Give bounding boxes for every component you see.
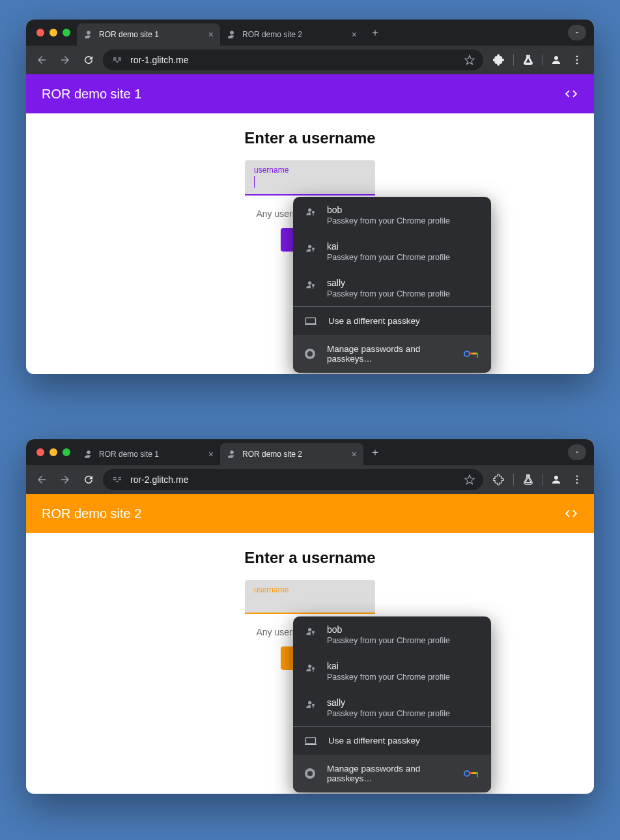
svg-point-5: [576, 475, 578, 477]
close-window-icon[interactable]: [36, 29, 44, 36]
browser-window-2: ROR demo site 1 × ROR demo site 2 × ＋: [26, 439, 594, 794]
passkey-desc: Passkey from your Chrome profile: [327, 216, 450, 225]
bookmark-star-icon[interactable]: [464, 474, 475, 485]
close-tab-icon[interactable]: ×: [208, 449, 214, 459]
site-info-icon[interactable]: [111, 473, 124, 486]
passkey-desc: Passkey from your Chrome profile: [327, 289, 450, 298]
site-info-icon[interactable]: [111, 53, 124, 66]
passkey-desc: Passkey from your Chrome profile: [327, 253, 450, 262]
manage-label: Manage passwords and passkeys…: [327, 764, 452, 783]
passkey-favicon-icon: [83, 449, 94, 459]
tab-title: ROR demo site 2: [242, 450, 302, 459]
close-window-icon[interactable]: [36, 448, 44, 456]
passkey-entry[interactable]: kai Passkey from your Chrome profile: [293, 653, 491, 689]
tab-2[interactable]: ROR demo site 2 ×: [220, 443, 363, 465]
page-content: Enter a username username Any username i…: [26, 533, 594, 794]
svg-rect-3: [306, 317, 316, 323]
new-tab-button[interactable]: ＋: [363, 446, 387, 459]
browser-window-1: ROR demo site 1 × ROR demo site 2 × ＋: [26, 20, 594, 374]
code-icon[interactable]: [564, 87, 578, 101]
tab-1[interactable]: ROR demo site 1 ×: [77, 443, 220, 465]
passkey-popup: bob Passkey from your Chrome profile kai…: [293, 197, 491, 373]
reload-button[interactable]: [79, 51, 98, 69]
menu-icon[interactable]: [567, 469, 587, 490]
passkey-favicon-icon: [227, 449, 237, 459]
url-text: ror-1.glitch.me: [130, 55, 188, 65]
passkey-name: kai: [327, 241, 450, 252]
code-icon[interactable]: [564, 506, 578, 521]
bookmark-star-icon[interactable]: [464, 54, 475, 66]
username-input[interactable]: username: [245, 580, 375, 614]
passkey-desc: Passkey from your Chrome profile: [327, 709, 450, 718]
close-tab-icon[interactable]: ×: [352, 29, 357, 40]
tab-title: ROR demo site 1: [99, 30, 159, 39]
form-title: Enter a username: [244, 549, 375, 567]
passkey-icon: [305, 626, 317, 637]
fullscreen-window-icon[interactable]: [63, 29, 70, 36]
manage-passwords[interactable]: Manage passwords and passkeys…: [293, 755, 491, 792]
tab-2[interactable]: ROR demo site 2 ×: [220, 23, 363, 46]
passkey-entry[interactable]: bob Passkey from your Chrome profile: [293, 197, 491, 233]
svg-point-2: [576, 63, 578, 65]
svg-point-7: [576, 482, 578, 484]
minimize-window-icon[interactable]: [49, 29, 57, 36]
use-different-passkey[interactable]: Use a different passkey: [293, 727, 491, 755]
input-label: username: [254, 585, 366, 594]
passkey-name: sally: [327, 697, 450, 708]
labs-icon[interactable]: [518, 469, 539, 490]
passkey-entry[interactable]: sally Passkey from your Chrome profile: [293, 270, 491, 306]
back-button[interactable]: [33, 471, 51, 489]
profile-button[interactable]: [547, 52, 565, 68]
tab-strip: ROR demo site 1 × ROR demo site 2 × ＋: [26, 20, 594, 46]
tab-overflow-button[interactable]: [568, 444, 586, 460]
passkey-name: kai: [327, 661, 450, 671]
reload-button[interactable]: [79, 471, 98, 489]
passkey-entry[interactable]: bob Passkey from your Chrome profile: [293, 616, 491, 653]
new-tab-button[interactable]: ＋: [363, 26, 387, 40]
close-tab-icon[interactable]: ×: [352, 449, 357, 459]
passkey-name: bob: [327, 205, 450, 215]
browser-chrome: ROR demo site 1 × ROR demo site 2 × ＋: [26, 20, 594, 74]
labs-icon[interactable]: [518, 50, 539, 70]
action-label: Use a different passkey: [328, 316, 420, 326]
passkey-entry[interactable]: kai Passkey from your Chrome profile: [293, 233, 491, 270]
chrome-icon: [305, 768, 315, 779]
forward-button[interactable]: [56, 471, 74, 489]
browser-chrome: ROR demo site 1 × ROR demo site 2 × ＋: [26, 439, 594, 494]
passkey-entry[interactable]: sally Passkey from your Chrome profile: [293, 689, 491, 726]
passkey-favicon-icon: [83, 29, 94, 40]
passkey-desc: Passkey from your Chrome profile: [327, 673, 450, 682]
passkey-desc: Passkey from your Chrome profile: [327, 636, 450, 645]
fullscreen-window-icon[interactable]: [63, 448, 70, 456]
tab-title: ROR demo site 2: [242, 30, 302, 39]
passkey-name: bob: [327, 624, 450, 635]
manage-passwords[interactable]: Manage passwords and passkeys…: [293, 335, 491, 373]
input-label: username: [254, 166, 366, 175]
tab-1[interactable]: ROR demo site 1 ×: [77, 23, 220, 46]
app-header: ROR demo site 1: [26, 74, 594, 113]
window-controls: [31, 448, 77, 456]
address-bar[interactable]: ror-2.glitch.me: [103, 469, 483, 490]
menu-icon[interactable]: [567, 50, 587, 70]
address-bar[interactable]: ror-1.glitch.me: [103, 50, 483, 70]
separator: [513, 474, 514, 485]
use-different-passkey[interactable]: Use a different passkey: [293, 307, 491, 335]
toolbar-right: [488, 50, 587, 70]
close-tab-icon[interactable]: ×: [208, 29, 214, 40]
tab-overflow-button[interactable]: [568, 25, 586, 40]
tab-strip: ROR demo site 1 × ROR demo site 2 × ＋: [26, 439, 594, 465]
device-icon: [305, 317, 317, 326]
device-icon: [305, 736, 317, 746]
passkey-favicon-icon: [227, 29, 237, 40]
extensions-icon[interactable]: [488, 469, 509, 490]
url-text: ror-2.glitch.me: [130, 474, 188, 485]
username-input[interactable]: username: [245, 160, 375, 196]
extensions-icon[interactable]: [488, 50, 509, 70]
back-button[interactable]: [33, 51, 51, 69]
minimize-window-icon[interactable]: [49, 448, 57, 456]
profile-button[interactable]: [547, 472, 565, 487]
app-title: ROR demo site 2: [42, 506, 141, 521]
app-title: ROR demo site 1: [42, 87, 141, 102]
separator: [513, 54, 514, 66]
forward-button[interactable]: [56, 51, 74, 69]
